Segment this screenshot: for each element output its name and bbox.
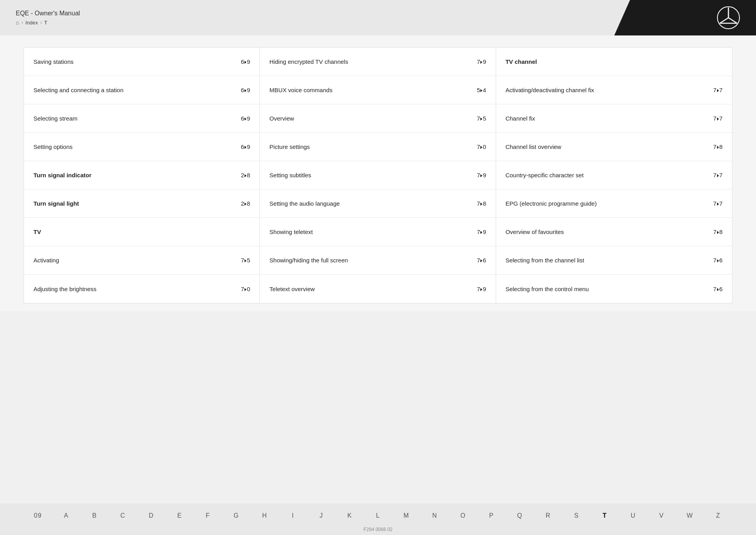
- item-page: 54: [477, 87, 486, 93]
- column-3: TV channel Activating/deactivating chann…: [496, 48, 732, 303]
- list-item[interactable]: Picture settings 70: [260, 133, 495, 161]
- alpha-item-h[interactable]: H: [250, 506, 279, 525]
- breadcrumb-sep-2: ›: [40, 20, 42, 25]
- list-item[interactable]: Overview of favourites 78: [496, 218, 732, 246]
- item-page: 28: [241, 172, 250, 178]
- item-label: Setting the audio language: [269, 199, 471, 208]
- item-page: 69: [241, 115, 250, 122]
- item-label: Activating: [33, 256, 235, 264]
- alpha-item-n[interactable]: N: [421, 506, 449, 525]
- list-item[interactable]: Activating 75: [24, 246, 259, 275]
- alpha-item-v[interactable]: V: [647, 506, 676, 525]
- column-2: Hiding encrypted TV channels 79 MBUX voi…: [260, 48, 496, 303]
- list-item[interactable]: Channel fix 77: [496, 104, 732, 133]
- footer-code: F294 0066 02: [363, 527, 393, 532]
- item-page: 77: [713, 87, 723, 93]
- alpha-item-i[interactable]: I: [279, 506, 307, 525]
- alpha-item-j[interactable]: J: [307, 506, 335, 525]
- section-title: TV: [33, 228, 250, 236]
- alpha-item-g[interactable]: G: [222, 506, 250, 525]
- list-item[interactable]: Selecting stream 69: [24, 104, 259, 133]
- item-label: Overview of favourites: [506, 228, 707, 236]
- alpha-item-z[interactable]: Z: [704, 506, 732, 525]
- list-item[interactable]: MBUX voice commands 54: [260, 76, 495, 104]
- item-label: Channel fix: [506, 114, 707, 123]
- alpha-item-b[interactable]: B: [80, 506, 109, 525]
- item-page: 79: [477, 228, 486, 235]
- alpha-item-l[interactable]: L: [364, 506, 392, 525]
- list-item[interactable]: Selecting and connecting a station 69: [24, 76, 259, 104]
- list-item[interactable]: Setting the audio language 78: [260, 189, 495, 218]
- alpha-item-o[interactable]: O: [449, 506, 477, 525]
- breadcrumb-sep-1: ›: [21, 20, 23, 25]
- list-item[interactable]: Selecting from the channel list 76: [496, 246, 732, 275]
- item-page: 75: [241, 257, 250, 264]
- list-item[interactable]: Setting options 69: [24, 133, 259, 161]
- item-label: Selecting stream: [33, 114, 235, 123]
- list-item[interactable]: Showing/hiding the full screen 76: [260, 246, 495, 275]
- list-item[interactable]: Country-specific character set 77: [496, 161, 732, 189]
- alpha-item-u[interactable]: U: [619, 506, 647, 525]
- item-page: 77: [713, 200, 723, 207]
- alpha-navigation: 09 A B C D E F G H I J K L M N O P Q R S…: [24, 506, 732, 525]
- alpha-item-09[interactable]: 09: [24, 506, 52, 525]
- section-title: TV channel: [506, 58, 723, 66]
- list-item[interactable]: Activating/deactivating channel fix 77: [496, 76, 732, 104]
- item-page: 28: [241, 200, 250, 207]
- item-page: 76: [713, 286, 723, 292]
- list-item[interactable]: Overview 75: [260, 104, 495, 133]
- item-label: Showing/hiding the full screen: [269, 256, 471, 264]
- item-label: Showing teletext: [269, 228, 471, 236]
- list-item[interactable]: Channel list overview 78: [496, 133, 732, 161]
- breadcrumb-current: T: [44, 20, 47, 26]
- home-icon[interactable]: ⌂: [16, 19, 19, 26]
- list-item[interactable]: Showing teletext 79: [260, 218, 495, 246]
- alpha-item-e[interactable]: E: [165, 506, 194, 525]
- section-header-tv: TV: [24, 218, 259, 246]
- alpha-item-c[interactable]: C: [109, 506, 137, 525]
- alpha-item-p[interactable]: P: [477, 506, 506, 525]
- item-page: 78: [713, 143, 723, 150]
- item-label: Selecting from the control menu: [506, 285, 707, 293]
- header-left: EQE - Owner's Manual ⌂ › Index › T: [0, 0, 614, 35]
- list-item[interactable]: Saving stations 69: [24, 48, 259, 76]
- alpha-item-s[interactable]: S: [562, 506, 591, 525]
- item-label: MBUX voice commands: [269, 86, 471, 94]
- item-label: Activating/deactivating channel fix: [506, 86, 707, 94]
- item-page: 70: [241, 286, 250, 292]
- breadcrumb-index[interactable]: Index: [25, 20, 38, 26]
- list-item[interactable]: Setting subtitles 79: [260, 161, 495, 189]
- list-item[interactable]: Teletext overview 79: [260, 275, 495, 303]
- item-label: Adjusting the brightness: [33, 285, 235, 293]
- item-page: 78: [713, 228, 723, 235]
- list-item[interactable]: Adjusting the brightness 70: [24, 275, 259, 303]
- alpha-item-q[interactable]: Q: [506, 506, 534, 525]
- item-page: 79: [477, 172, 486, 178]
- alpha-item-a[interactable]: A: [52, 506, 80, 525]
- alpha-item-k[interactable]: K: [335, 506, 364, 525]
- alpha-item-f[interactable]: F: [194, 506, 222, 525]
- header-logo-area: [614, 0, 756, 35]
- item-page: 79: [477, 58, 486, 65]
- column-1: Saving stations 69 Selecting and connect…: [24, 48, 260, 303]
- list-item[interactable]: Selecting from the control menu 76: [496, 275, 732, 303]
- alpha-item-t[interactable]: T: [591, 506, 619, 525]
- list-item[interactable]: EPG (electronic programme guide) 77: [496, 189, 732, 218]
- item-page: 69: [241, 87, 250, 93]
- item-page: 70: [477, 143, 486, 150]
- item-label: Selecting and connecting a station: [33, 86, 235, 94]
- index-grid: Saving stations 69 Selecting and connect…: [24, 47, 732, 303]
- main-content: Saving stations 69 Selecting and connect…: [0, 35, 756, 311]
- alpha-item-d[interactable]: D: [137, 506, 165, 525]
- item-label: Setting options: [33, 143, 235, 151]
- item-label: Country-specific character set: [506, 171, 707, 179]
- item-label: Setting subtitles: [269, 171, 471, 179]
- item-label: Channel list overview: [506, 143, 707, 151]
- alpha-item-m[interactable]: M: [392, 506, 421, 525]
- alpha-item-w[interactable]: W: [676, 506, 704, 525]
- alpha-item-r[interactable]: R: [534, 506, 562, 525]
- item-label: Turn signal indicator: [33, 171, 235, 179]
- item-label: EPG (electronic programme guide): [506, 199, 707, 208]
- list-item[interactable]: Hiding encrypted TV channels 79: [260, 48, 495, 76]
- item-label: Picture settings: [269, 143, 471, 151]
